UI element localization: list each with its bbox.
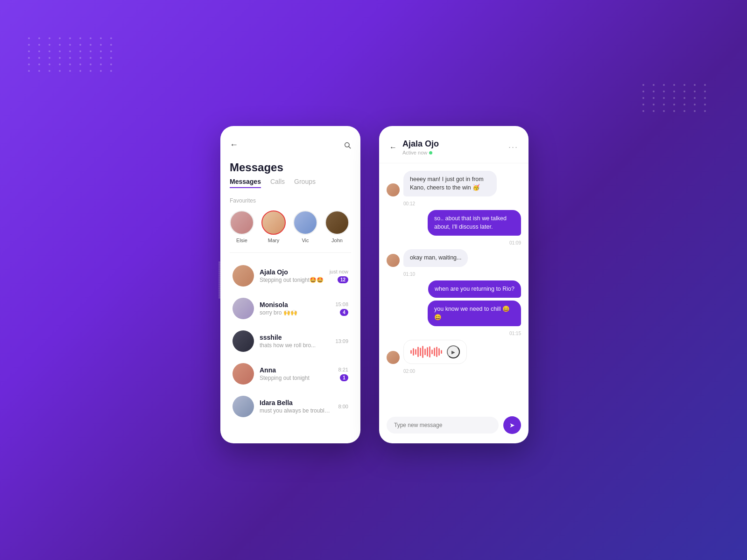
conversation-preview-idara: must you always be troublesome? [260,407,333,414]
conversation-item-ssshile[interactable]: ssshile thats how we roll bro... 13:09 [230,326,351,357]
dots-top-right [642,84,710,112]
message-row-0: heeey man! I just got in from Kano, chee… [387,171,521,196]
message-row-audio: ▶ [387,340,521,364]
chat-more-button[interactable]: ··· [508,142,518,152]
divider [230,252,351,253]
tab-calls[interactable]: Calls [270,178,285,188]
conversation-item-ajala[interactable]: Ajala Ojo Stepping out tonight🤩🤩 just no… [230,260,351,291]
message-row-1: so.. about that ish we talked about, I'l… [387,210,521,236]
conversation-avatar-ssshile [233,330,254,352]
chat-status-text: Active now [402,150,427,155]
conversation-badge-anna: 1 [340,374,348,381]
favourite-avatar-john [325,210,349,235]
bubble-1: so.. about that ish we talked about, I'l… [428,210,521,236]
bubble-0: heeey man! I just got in from Kano, chee… [403,171,497,196]
chat-panel: ← Ajala Ojo Active now ··· heeey man! I … [379,126,529,443]
conversation-time-idara: 8:00 [338,404,348,409]
favourite-item-mary[interactable]: Mary [261,210,286,243]
timestamp-audio: 02:00 [387,369,521,374]
conversation-meta-ajala: just now 12 [330,269,348,283]
favourite-avatar-vic [293,210,317,235]
audio-waveform [410,345,442,359]
conversation-list: Ajala Ojo Stepping out tonight🤩🤩 just no… [230,260,351,422]
status-dot-icon [429,151,432,154]
chat-contact-name: Ajala Ojo [402,139,503,149]
favourite-item-john[interactable]: John [325,210,349,243]
chat-status: Active now [402,150,503,155]
tab-row: Messages Calls Groups [230,178,351,188]
send-button[interactable]: ➤ [503,416,521,434]
conversation-time-ssshile: 13:09 [335,338,348,344]
conversation-name-monisola: Monisola [260,301,330,308]
dots-top-left [28,37,116,72]
conversation-content-monisola: Monisola sorry bro 🙌🙌 [260,301,330,316]
svg-line-1 [349,147,351,148]
chat-input-row: ➤ [379,411,529,443]
conversation-content-idara: Idara Bella must you always be troubleso… [260,399,333,414]
conversation-item-idara[interactable]: Idara Bella must you always be troubleso… [230,391,351,422]
conversation-item-monisola[interactable]: Monisola sorry bro 🙌🙌 15:08 4 [230,293,351,324]
conversation-preview-ssshile: thats how we roll bro... [260,342,330,349]
conversation-time-ajala: just now [330,269,348,274]
conversation-content-ajala: Ajala Ojo Stepping out tonight🤩🤩 [260,268,324,283]
conversation-name-anna: Anna [260,366,333,374]
timestamp-2: 01:10 [387,272,521,277]
message-row-4: you know we need to chill 😄😄 [387,301,521,326]
bubble-2: okay man, waiting... [403,249,468,267]
favourite-name-elsie: Elsie [236,238,247,243]
message-input[interactable] [387,417,499,434]
favourite-avatar-elsie [230,210,254,235]
conversation-time-anna: 8:21 [338,367,348,372]
favourite-item-vic[interactable]: Vic [293,210,317,243]
conversation-badge-ajala: 12 [338,276,348,283]
chat-header-info: Ajala Ojo Active now [402,139,503,155]
conversation-meta-ssshile: 13:09 [335,338,348,344]
favourite-name-vic: Vic [302,238,309,243]
conversation-name-ajala: Ajala Ojo [260,268,324,276]
received-avatar-audio [387,351,400,364]
timestamp-4: 01:15 [387,331,521,336]
favourite-avatar-mary [261,210,286,235]
messages-back-button[interactable]: ← [230,140,238,150]
send-icon: ➤ [509,421,515,429]
favourite-item-elsie[interactable]: Elsie [230,210,254,243]
conversation-avatar-idara [233,396,254,417]
conversation-avatar-ajala [233,265,254,287]
audio-bubble: ▶ [403,340,467,364]
conversation-item-anna[interactable]: Anna Stepping out tonight 8:21 1 [230,358,351,389]
conversation-avatar-anna [233,363,254,385]
received-avatar-2 [387,254,400,267]
conversation-preview-anna: Stepping out tonight [260,375,333,381]
favourite-name-mary: Mary [268,238,279,243]
conversation-content-ssshile: ssshile thats how we roll bro... [260,334,330,349]
conversation-time-monisola: 15:08 [335,301,348,307]
tab-groups[interactable]: Groups [294,178,316,188]
bubble-4: you know we need to chill 😄😄 [428,301,521,326]
chat-messages: heeey man! I just got in from Kano, chee… [379,163,529,411]
conversation-preview-monisola: sorry bro 🙌🙌 [260,309,330,316]
tab-messages[interactable]: Messages [230,178,261,188]
messages-nav: ← [230,140,351,150]
message-row-3: when are you returning to Rio? [387,280,521,298]
favourites-label: Favourites [230,197,351,204]
messages-search-button[interactable] [344,141,351,149]
chat-header: ← Ajala Ojo Active now ··· [379,126,529,163]
conversation-name-idara: Idara Bella [260,399,333,406]
panels-container: ← Messages Messages Calls Groups Favouri… [220,126,529,443]
bubble-3: when are you returning to Rio? [428,280,521,298]
conversation-meta-anna: 8:21 1 [338,367,348,381]
message-row-2: okay man, waiting... [387,249,521,267]
audio-play-button[interactable]: ▶ [447,345,460,358]
conversation-avatar-monisola [233,298,254,319]
conversation-meta-idara: 8:00 [338,404,348,409]
conversation-preview-ajala: Stepping out tonight🤩🤩 [260,277,324,283]
timestamp-1: 01:09 [387,240,521,245]
conversation-content-anna: Anna Stepping out tonight [260,366,333,381]
favourite-name-john: John [331,238,343,243]
conversation-meta-monisola: 15:08 4 [335,301,348,316]
received-avatar-0 [387,183,400,196]
messages-panel: ← Messages Messages Calls Groups Favouri… [220,126,360,443]
chat-back-button[interactable]: ← [389,143,397,152]
timestamp-0: 00:12 [387,201,521,206]
conversation-badge-monisola: 4 [340,309,348,316]
